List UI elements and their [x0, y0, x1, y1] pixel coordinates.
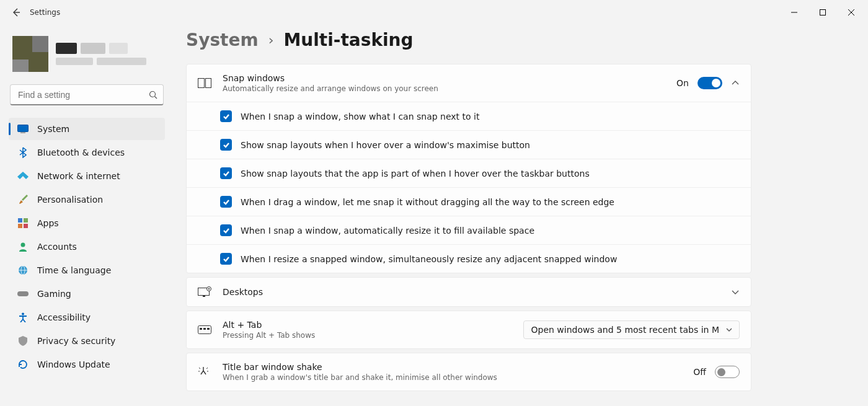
sidebar: System Bluetooth & devices Network & int…: [0, 25, 174, 406]
wifi-icon: [17, 170, 29, 182]
shield-icon: [17, 335, 29, 346]
nav-personalisation[interactable]: Personalisation: [9, 188, 165, 211]
nav-accounts[interactable]: Accounts: [9, 236, 165, 258]
nav-label: System: [37, 124, 69, 134]
svg-rect-3: [20, 133, 25, 133]
nav-bluetooth[interactable]: Bluetooth & devices: [9, 141, 165, 164]
nav-update[interactable]: Windows Update: [9, 353, 165, 376]
nav: System Bluetooth & devices Network & int…: [9, 118, 165, 376]
breadcrumb: System › Multi-tasking: [186, 30, 856, 50]
alttab-select[interactable]: Open windows and 5 most recent tabs in M: [523, 320, 740, 339]
option-label: When I resize a snapped window, simultan…: [241, 254, 617, 264]
nav-label: Privacy & security: [37, 336, 115, 346]
svg-rect-0: [820, 10, 826, 15]
snap-option-1[interactable]: Show snap layouts when I hover over a wi…: [187, 130, 751, 159]
snap-windows-header[interactable]: Snap windows Automatically resize and ar…: [187, 64, 751, 102]
snap-option-3[interactable]: When I drag a window, let me snap it wit…: [187, 187, 751, 216]
checkbox-icon[interactable]: [220, 110, 232, 122]
checkbox-icon[interactable]: [220, 253, 232, 265]
svg-rect-11: [17, 291, 29, 296]
svg-point-8: [21, 243, 25, 247]
snap-toggle[interactable]: [698, 77, 722, 89]
titlebar: Settings: [0, 0, 868, 25]
chevron-down-icon: [731, 288, 740, 296]
snap-option-2[interactable]: Show snap layouts that the app is part o…: [187, 159, 751, 187]
controller-icon: [17, 288, 29, 299]
checkbox-icon[interactable]: [220, 196, 232, 208]
svg-point-12: [22, 313, 24, 316]
paintbrush-icon: [17, 194, 29, 205]
checkbox-icon[interactable]: [220, 139, 232, 151]
alttab-icon: [198, 325, 211, 334]
nav-label: Network & internet: [37, 171, 120, 181]
nav-label: Accounts: [37, 242, 77, 252]
svg-rect-7: [24, 224, 28, 228]
display-icon: [17, 123, 29, 135]
row-title: Snap windows: [223, 73, 665, 83]
window-title: Settings: [30, 8, 60, 17]
svg-rect-19: [200, 328, 202, 330]
breadcrumb-parent[interactable]: System: [186, 30, 259, 50]
snap-option-0[interactable]: When I snap a window, show what I can sn…: [187, 102, 751, 130]
svg-rect-21: [207, 328, 210, 330]
select-value: Open windows and 5 most recent tabs in M: [531, 325, 719, 335]
snap-option-4[interactable]: When I snap a window, automatically resi…: [187, 216, 751, 244]
nav-system[interactable]: System: [9, 118, 165, 140]
row-desc: Pressing Alt + Tab shows: [223, 331, 512, 340]
chevron-down-icon: [725, 326, 733, 333]
globe-icon: [17, 265, 29, 276]
row-title: Title bar window shake: [223, 362, 682, 372]
desktops-card[interactable]: Desktops: [186, 277, 751, 307]
shake-icon: [198, 366, 211, 378]
nav-label: Bluetooth & devices: [37, 148, 125, 157]
row-title: Alt + Tab: [223, 320, 512, 330]
option-label: When I drag a window, let me snap it wit…: [241, 197, 614, 207]
nav-label: Apps: [37, 218, 59, 228]
shake-toggle[interactable]: [715, 366, 740, 378]
search-input[interactable]: [10, 84, 164, 105]
nav-label: Time & language: [37, 265, 111, 275]
toggle-state: Off: [693, 367, 706, 377]
checkbox-icon[interactable]: [220, 224, 232, 236]
accessibility-icon: [17, 312, 29, 323]
nav-gaming[interactable]: Gaming: [9, 283, 165, 305]
page-title: Multi-tasking: [283, 30, 413, 50]
option-label: Show snap layouts when I hover over a wi…: [241, 140, 530, 150]
svg-rect-5: [24, 218, 28, 223]
svg-rect-4: [18, 218, 22, 223]
search-icon: [149, 90, 157, 99]
snap-icon: [198, 78, 211, 88]
minimize-button[interactable]: [780, 2, 808, 22]
alttab-card: Alt + Tab Pressing Alt + Tab shows Open …: [186, 311, 751, 349]
back-button[interactable]: [7, 4, 25, 21]
nav-accessibility[interactable]: Accessibility: [9, 306, 165, 329]
nav-network[interactable]: Network & internet: [9, 165, 165, 187]
titlebar-shake-card: Title bar window shake When I grab a win…: [186, 353, 751, 391]
row-desc: When I grab a window's title bar and sha…: [223, 373, 682, 382]
nav-privacy[interactable]: Privacy & security: [9, 330, 165, 352]
person-icon: [17, 241, 29, 252]
search-box[interactable]: [10, 84, 164, 105]
maximize-button[interactable]: [808, 2, 837, 22]
checkbox-icon[interactable]: [220, 167, 232, 179]
bluetooth-icon: [17, 147, 29, 158]
svg-rect-14: [206, 79, 211, 88]
close-button[interactable]: [837, 2, 866, 22]
nav-label: Accessibility: [37, 312, 91, 322]
nav-apps[interactable]: Apps: [9, 212, 165, 234]
svg-rect-20: [203, 328, 206, 330]
chevron-right-icon: ›: [268, 32, 274, 48]
update-icon: [17, 359, 29, 370]
snap-windows-card: Snap windows Automatically resize and ar…: [186, 64, 751, 273]
chevron-up-icon[interactable]: [731, 79, 740, 87]
avatar: [12, 36, 48, 72]
snap-option-5[interactable]: When I resize a snapped window, simultan…: [187, 244, 751, 273]
option-label: When I snap a window, show what I can sn…: [241, 112, 479, 121]
account-block[interactable]: [12, 36, 165, 72]
svg-rect-16: [203, 296, 205, 297]
svg-rect-13: [198, 79, 205, 88]
apps-icon: [17, 218, 29, 229]
option-label: Show snap layouts that the app is part o…: [241, 169, 590, 179]
content: System › Multi-tasking Snap windows Auto…: [174, 25, 868, 406]
nav-time[interactable]: Time & language: [9, 259, 165, 281]
